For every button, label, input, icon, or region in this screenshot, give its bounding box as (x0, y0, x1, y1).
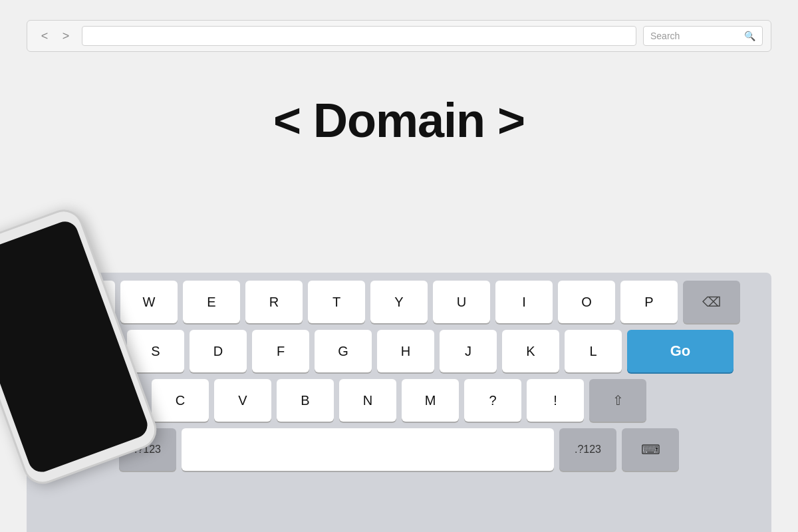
key-backspace[interactable]: ⌫ (683, 281, 740, 323)
key-b[interactable]: B (277, 379, 334, 422)
key-e[interactable]: E (183, 281, 240, 323)
key-question[interactable]: ? (464, 379, 521, 422)
key-g[interactable]: G (315, 330, 372, 372)
key-t[interactable]: T (308, 281, 365, 323)
key-d[interactable]: D (190, 330, 247, 372)
key-k[interactable]: K (502, 330, 559, 372)
key-space[interactable] (182, 428, 554, 471)
key-numeric-2[interactable]: .?123 (559, 428, 616, 471)
key-shift[interactable]: ⇧ (589, 379, 646, 422)
key-j[interactable]: J (440, 330, 497, 372)
key-h[interactable]: H (377, 330, 434, 372)
address-bar[interactable] (82, 26, 636, 46)
key-go[interactable]: Go (627, 330, 733, 372)
keyboard-row-2: A S D F G H J K L Go (33, 330, 765, 372)
key-keyboard[interactable]: ⌨ (622, 428, 679, 471)
key-s[interactable]: S (127, 330, 184, 372)
keyboard-row-1: Q W E R T Y U I O P ⌫ (33, 281, 765, 323)
key-y[interactable]: Y (370, 281, 428, 323)
key-r[interactable]: R (245, 281, 303, 323)
browser-bar: < > Search 🔍 (27, 20, 771, 52)
key-i[interactable]: I (495, 281, 553, 323)
key-p[interactable]: P (620, 281, 678, 323)
search-icon: 🔍 (744, 31, 755, 41)
main-heading: < Domain > (0, 93, 798, 148)
key-exclamation[interactable]: ! (527, 379, 584, 422)
key-v[interactable]: V (214, 379, 271, 422)
key-f[interactable]: F (252, 330, 309, 372)
key-m[interactable]: M (402, 379, 459, 422)
key-w[interactable]: W (120, 281, 178, 323)
search-label: Search (650, 31, 740, 41)
forward-button[interactable]: > (57, 27, 75, 45)
search-box[interactable]: Search 🔍 (643, 26, 763, 46)
nav-buttons: < > (35, 27, 75, 45)
key-n[interactable]: N (339, 379, 396, 422)
key-o[interactable]: O (558, 281, 615, 323)
key-l[interactable]: L (565, 330, 622, 372)
key-c[interactable]: C (152, 379, 209, 422)
back-button[interactable]: < (35, 27, 54, 45)
key-u[interactable]: U (433, 281, 490, 323)
